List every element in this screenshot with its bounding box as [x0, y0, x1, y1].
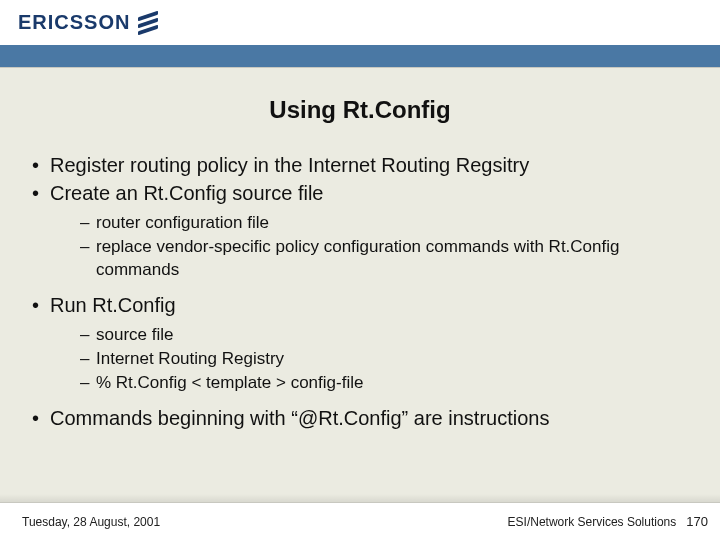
bullet-item: Run Rt.Config source file Internet Routi… [28, 292, 692, 395]
sub-item: Internet Routing Registry [50, 348, 692, 371]
footer-org: ESI/Network Services Solutions [508, 515, 677, 529]
footer-page: 170 [686, 514, 708, 529]
brand-name: ERICSSON [18, 11, 130, 34]
bullet-item: Commands beginning with “@Rt.Config” are… [28, 405, 692, 431]
sub-list: source file Internet Routing Registry % … [50, 324, 692, 395]
divider [0, 67, 720, 68]
footer: Tuesday, 28 August, 2001 ESI/Network Ser… [0, 502, 720, 540]
slide-title: Using Rt.Config [0, 96, 720, 124]
accent-bar [0, 45, 720, 67]
brand-icon [138, 10, 158, 34]
sub-item: replace vendor-specific policy configura… [50, 236, 692, 282]
bullet-item: Create an Rt.Config source file router c… [28, 180, 692, 282]
sub-item: router configuration file [50, 212, 692, 235]
sub-list: router configuration file replace vendor… [50, 212, 692, 282]
bullet-item: Register routing policy in the Internet … [28, 152, 692, 178]
slide: ERICSSON Using Rt.Config Register routin… [0, 0, 720, 540]
footer-shadow [0, 494, 720, 502]
sub-item: source file [50, 324, 692, 347]
footer-date: Tuesday, 28 August, 2001 [22, 515, 160, 529]
bullet-list: Register routing policy in the Internet … [28, 152, 692, 431]
bullet-text: Run Rt.Config [50, 294, 176, 316]
bullet-text: Create an Rt.Config source file [50, 182, 323, 204]
sub-item: % Rt.Config < template > config-file [50, 372, 692, 395]
header: ERICSSON [0, 0, 720, 45]
content: Register routing policy in the Internet … [0, 152, 720, 540]
